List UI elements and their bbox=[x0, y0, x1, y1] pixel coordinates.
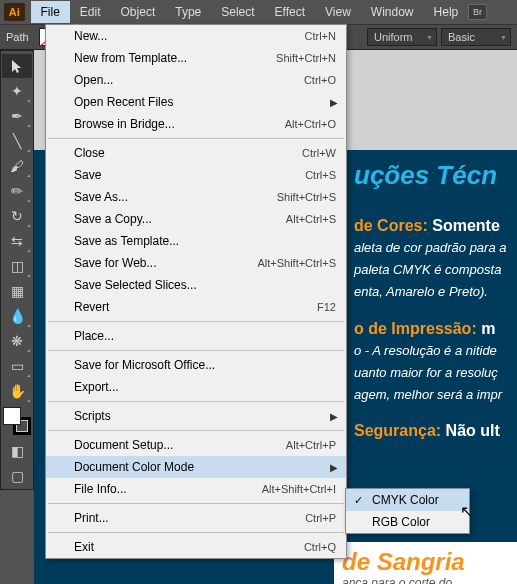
section-2-line1: o - A resolução é a nitide bbox=[354, 342, 517, 360]
menubar: Ai File Edit Object Type Select Effect V… bbox=[0, 0, 517, 24]
menu-item-file-info[interactable]: File Info...Alt+Shift+Ctrl+I bbox=[46, 478, 346, 500]
hand-tool[interactable]: ✋ bbox=[2, 379, 32, 403]
menu-type[interactable]: Type bbox=[165, 1, 211, 23]
menu-item-document-color-mode[interactable]: Document Color Mode▶ bbox=[46, 456, 346, 478]
sangria-title: de Sangria bbox=[342, 548, 467, 576]
submenu-item-cmyk-color[interactable]: ✓CMYK Color bbox=[346, 489, 469, 511]
rotate-tool[interactable]: ↻ bbox=[2, 204, 32, 228]
menu-item-save-a-copy[interactable]: Save a Copy...Alt+Ctrl+S bbox=[46, 208, 346, 230]
bridge-icon[interactable]: Br bbox=[468, 4, 487, 20]
menu-item-save-selected-slices[interactable]: Save Selected Slices... bbox=[46, 274, 346, 296]
line-tool[interactable]: ╲ bbox=[2, 129, 32, 153]
toolbox: ✦ ✒ ╲ 🖌 ✏ ↻ ⇆ ◫ ▦ 💧 ❋ ▭ ✋ ◧ ▢ bbox=[0, 50, 34, 490]
menu-item-open[interactable]: Open...Ctrl+O bbox=[46, 69, 346, 91]
eyedropper-tool[interactable]: 💧 bbox=[2, 304, 32, 328]
menu-item-scripts[interactable]: Scripts▶ bbox=[46, 405, 346, 427]
pen-tool[interactable]: ✒ bbox=[2, 104, 32, 128]
menu-select[interactable]: Select bbox=[211, 1, 264, 23]
menu-item-document-setup[interactable]: Document Setup...Alt+Ctrl+P bbox=[46, 434, 346, 456]
section-2-line2: uanto maior for a resoluç bbox=[354, 364, 517, 382]
menu-window[interactable]: Window bbox=[361, 1, 424, 23]
fill-stroke-control[interactable] bbox=[3, 407, 31, 435]
menu-item-browse-in-bridge[interactable]: Browse in Bridge...Alt+Ctrl+O bbox=[46, 113, 346, 135]
file-dropdown: New...Ctrl+NNew from Template...Shift+Ct… bbox=[45, 24, 347, 559]
symbol-sprayer-tool[interactable]: ❋ bbox=[2, 329, 32, 353]
menu-item-save-for-microsoft-office[interactable]: Save for Microsoft Office... bbox=[46, 354, 346, 376]
screen-mode-toggle[interactable]: ▢ bbox=[2, 464, 32, 488]
menu-item-save-as-template[interactable]: Save as Template... bbox=[46, 230, 346, 252]
menu-file[interactable]: File bbox=[31, 1, 70, 23]
menu-effect[interactable]: Effect bbox=[265, 1, 315, 23]
menu-item-save-as[interactable]: Save As...Shift+Ctrl+S bbox=[46, 186, 346, 208]
menu-view[interactable]: View bbox=[315, 1, 361, 23]
artboard-tool[interactable]: ▭ bbox=[2, 354, 32, 378]
section-1-line1: aleta de cor padrão para a bbox=[354, 239, 517, 257]
menu-item-print[interactable]: Print...Ctrl+P bbox=[46, 507, 346, 529]
width-tool[interactable]: ⇆ bbox=[2, 229, 32, 253]
menu-item-close[interactable]: CloseCtrl+W bbox=[46, 142, 346, 164]
menu-item-revert[interactable]: RevertF12 bbox=[46, 296, 346, 318]
menu-item-new[interactable]: New...Ctrl+N bbox=[46, 25, 346, 47]
sangria-box: de Sangria ança para o corte do mat bbox=[334, 542, 517, 584]
menu-item-new-from-template[interactable]: New from Template...Shift+Ctrl+N bbox=[46, 47, 346, 69]
section-3-title: Segurança: Não ult bbox=[354, 422, 517, 440]
section-1-title: de Cores: Somente bbox=[354, 217, 517, 235]
section-2-line3: agem, melhor será a impr bbox=[354, 386, 517, 404]
section-1-line3: enta, Amarelo e Preto). bbox=[354, 283, 517, 301]
brush-dropdown[interactable]: Basic bbox=[441, 28, 511, 46]
magic-wand-tool[interactable]: ✦ bbox=[2, 79, 32, 103]
menu-edit[interactable]: Edit bbox=[70, 1, 111, 23]
menu-item-exit[interactable]: ExitCtrl+Q bbox=[46, 536, 346, 558]
blob-brush-tool[interactable]: ✏ bbox=[2, 179, 32, 203]
shape-builder-tool[interactable]: ◫ bbox=[2, 254, 32, 278]
menu-item-place[interactable]: Place... bbox=[46, 325, 346, 347]
menu-item-export[interactable]: Export... bbox=[46, 376, 346, 398]
section-1-line2: paleta CMYK é composta bbox=[354, 261, 517, 279]
menu-item-save[interactable]: SaveCtrl+S bbox=[46, 164, 346, 186]
menu-help[interactable]: Help bbox=[424, 1, 469, 23]
selection-label: Path bbox=[6, 31, 35, 43]
mesh-tool[interactable]: ▦ bbox=[2, 279, 32, 303]
paintbrush-tool[interactable]: 🖌 bbox=[2, 154, 32, 178]
color-mode-toggle[interactable]: ◧ bbox=[2, 439, 32, 463]
menu-item-save-for-web[interactable]: Save for Web...Alt+Shift+Ctrl+S bbox=[46, 252, 346, 274]
sangria-sub: ança para o corte do mat bbox=[342, 576, 467, 584]
doc-title: uções Técn bbox=[354, 160, 517, 191]
submenu-item-rgb-color[interactable]: RGB Color bbox=[346, 511, 469, 533]
app-icon: Ai bbox=[4, 3, 25, 21]
menu-object[interactable]: Object bbox=[111, 1, 166, 23]
menu-item-open-recent-files[interactable]: Open Recent Files▶ bbox=[46, 91, 346, 113]
color-mode-submenu: ✓CMYK ColorRGB Color bbox=[345, 488, 470, 534]
profile-dropdown[interactable]: Uniform bbox=[367, 28, 437, 46]
selection-tool[interactable] bbox=[2, 54, 32, 78]
fill-box[interactable] bbox=[3, 407, 21, 425]
section-2-title: o de Impressão: m bbox=[354, 320, 517, 338]
